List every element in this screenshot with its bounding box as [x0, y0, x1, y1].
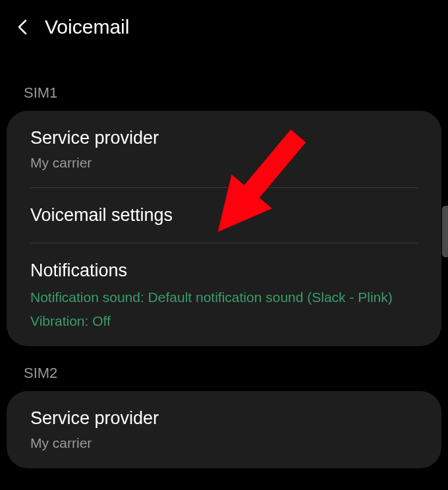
scrollbar[interactable]: [442, 206, 448, 257]
service-provider-title-sim2: Service provider: [30, 407, 418, 430]
service-provider-title: Service provider: [30, 127, 418, 150]
service-provider-subtitle: My carrier: [30, 154, 418, 171]
service-provider-subtitle-sim2: My carrier: [30, 434, 418, 452]
notifications-item[interactable]: Notifications Notification sound: Defaul…: [30, 243, 418, 346]
sim1-card: Service provider My carrier Voicemail se…: [7, 111, 441, 346]
voicemail-settings-item[interactable]: Voicemail settings: [30, 188, 418, 243]
voicemail-settings-title: Voicemail settings: [30, 204, 418, 227]
page-title: Voicemail: [45, 16, 129, 38]
notifications-sound: Notification sound: Default notification…: [30, 288, 418, 307]
header: Voicemail: [0, 0, 448, 51]
sim1-label: SIM1: [0, 51, 448, 111]
notifications-vibration: Vibration: Off: [30, 312, 418, 330]
back-icon[interactable]: [13, 18, 32, 36]
sim2-card: Service provider My carrier: [7, 391, 441, 468]
sim2-label: SIM2: [0, 346, 448, 391]
notifications-title: Notifications: [30, 259, 418, 282]
service-provider-item[interactable]: Service provider My carrier: [30, 111, 418, 188]
service-provider-item-sim2[interactable]: Service provider My carrier: [30, 391, 418, 468]
